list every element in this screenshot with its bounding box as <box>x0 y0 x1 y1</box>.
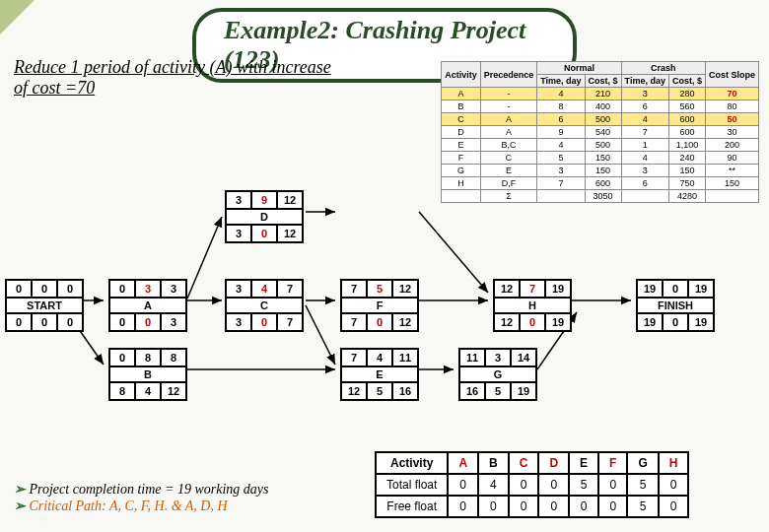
node-e: 7411E12516 <box>340 348 419 401</box>
instruction-text: Reduce 1 period of activity (A) with inc… <box>14 57 339 99</box>
node-g: 11314G16519 <box>458 348 537 401</box>
float-table: ActivityABCDEFGHTotal float04005050Free … <box>375 451 689 518</box>
node-d: 3912D3012 <box>225 190 304 243</box>
bullet-critical-path: Critical Path: A, C, F, H. & A, D, H <box>30 499 228 513</box>
node-b: 088B8412 <box>108 348 187 401</box>
corner-decoration <box>0 0 35 34</box>
svg-line-2 <box>187 217 222 299</box>
node-h: 12719H12019 <box>493 279 572 332</box>
node-c: 347C307 <box>225 279 304 332</box>
svg-line-8 <box>419 212 488 293</box>
node-finish: 19019FINISH19019 <box>636 279 715 332</box>
svg-line-7 <box>306 305 335 365</box>
bullet-completion: Project completion time = 19 working day… <box>30 482 269 497</box>
node-start: 000START000 <box>5 279 84 332</box>
network-diagram: 000START000033A003088B84123912D3012347C3… <box>0 172 769 429</box>
node-f: 7512F7012 <box>340 279 419 332</box>
summary-bullets: ➢ Project completion time = 19 working d… <box>14 481 269 514</box>
node-a: 033A003 <box>108 279 187 332</box>
